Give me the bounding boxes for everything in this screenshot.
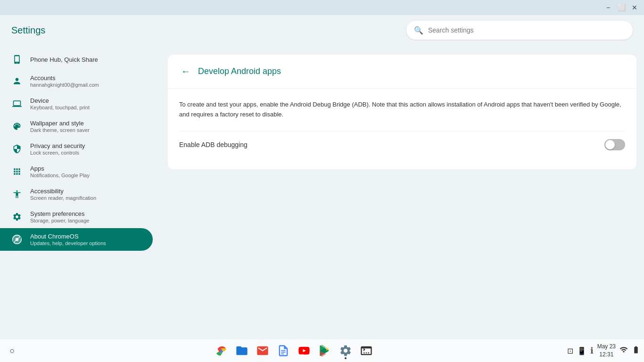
header: Settings 🔍 <box>0 15 644 45</box>
sidebar-item-device[interactable]: Device Keyboard, touchpad, print <box>0 92 153 115</box>
wallpaper-icon <box>11 121 23 132</box>
back-button[interactable]: ← <box>179 64 192 79</box>
search-input[interactable] <box>428 26 625 34</box>
sidebar-item-accounts[interactable]: Accounts hannahgknight00@gmail.com <box>0 70 153 92</box>
accounts-icon <box>11 75 23 87</box>
search-bar[interactable]: 🔍 <box>406 21 633 40</box>
device-sub: Keyboard, touchpad, print <box>30 105 90 110</box>
time: 12:31 <box>597 351 616 359</box>
apps-sub: Notifications, Google Play <box>30 173 90 178</box>
settings-window: Settings 🔍 Phone Hub, Quick Share <box>0 15 644 339</box>
accounts-sub: hannahgknight00@gmail.com <box>30 82 99 88</box>
info-icon[interactable]: ℹ <box>590 346 594 356</box>
taskbar-center <box>21 341 567 360</box>
taskbar-gmail[interactable] <box>253 341 272 360</box>
device-title: Device <box>30 97 90 104</box>
minimize-button[interactable]: − <box>603 2 614 13</box>
system-icon <box>11 211 23 222</box>
privacy-sub: Lock screen, controls <box>30 150 85 156</box>
content-area: ← Develop Android apps To create and tes… <box>160 45 644 339</box>
app-title: Settings <box>11 25 399 36</box>
device-icon <box>11 98 23 109</box>
content-title: Develop Android apps <box>198 66 281 76</box>
adb-toggle[interactable] <box>604 139 625 150</box>
taskbar-terminal[interactable] <box>357 341 376 360</box>
sidebar-item-privacy[interactable]: Privacy and security Lock screen, contro… <box>0 138 153 160</box>
apps-icon <box>11 166 23 177</box>
taskbar-settings[interactable] <box>336 341 355 360</box>
date-time[interactable]: May 23 12:31 <box>597 343 616 359</box>
adb-label: Enable ADB debugging <box>179 141 248 148</box>
sidebar: Phone Hub, Quick Share Accounts hannahgk… <box>0 45 160 339</box>
phone-icon <box>11 54 23 65</box>
title-bar: − ⬜ ✕ <box>0 0 644 15</box>
sidebar-item-phone-hub[interactable]: Phone Hub, Quick Share <box>0 49 153 70</box>
accessibility-icon <box>11 189 23 200</box>
battery-icon[interactable] <box>632 346 640 356</box>
about-sub: Updates, help, developer options <box>30 240 106 246</box>
wifi-icon[interactable] <box>619 346 628 356</box>
about-title: About ChromeOS <box>30 233 106 240</box>
phone-hub-title: Phone Hub, Quick Share <box>30 56 98 63</box>
taskbar-right: ⊡ 📱 ℹ May 23 12:31 <box>567 343 640 359</box>
date: May 23 <box>597 343 616 351</box>
screen-capture-icon[interactable]: ⊡ <box>567 346 573 355</box>
launcher-button[interactable]: ○ <box>4 342 21 359</box>
description-text: To create and test your apps, enable the… <box>179 100 625 120</box>
wallpaper-sub: Dark theme, screen saver <box>30 127 90 133</box>
taskbar-docs[interactable] <box>274 341 293 360</box>
sidebar-item-wallpaper[interactable]: Wallpaper and style Dark theme, screen s… <box>0 115 153 138</box>
taskbar-play[interactable] <box>315 341 334 360</box>
accounts-title: Accounts <box>30 74 99 82</box>
taskbar: ○ <box>0 339 644 362</box>
taskbar-youtube[interactable] <box>295 341 314 360</box>
privacy-icon <box>11 143 23 155</box>
sidebar-item-about[interactable]: About ChromeOS Updates, help, developer … <box>0 228 153 251</box>
adb-setting-row: Enable ADB debugging <box>179 131 625 158</box>
body: Phone Hub, Quick Share Accounts hannahgk… <box>0 45 644 339</box>
chromeos-icon <box>11 234 23 245</box>
taskbar-left: ○ <box>4 342 21 359</box>
content-body: To create and test your apps, enable the… <box>168 89 636 169</box>
privacy-title: Privacy and security <box>30 142 85 149</box>
apps-title: Apps <box>30 165 90 172</box>
maximize-button[interactable]: ⬜ <box>616 2 627 13</box>
accessibility-title: Accessibility <box>30 188 96 195</box>
taskbar-chrome[interactable] <box>212 341 231 360</box>
content-header: ← Develop Android apps <box>168 55 636 89</box>
phone-taskbar-icon[interactable]: 📱 <box>577 346 586 355</box>
system-sub: Storage, power, language <box>30 218 89 223</box>
system-title: System preferences <box>30 210 89 217</box>
close-button[interactable]: ✕ <box>629 2 640 13</box>
sidebar-item-accessibility[interactable]: Accessibility Screen reader, magnificati… <box>0 183 153 206</box>
wallpaper-title: Wallpaper and style <box>30 120 90 127</box>
content-panel: ← Develop Android apps To create and tes… <box>168 55 636 169</box>
launcher-icon: ○ <box>10 346 15 356</box>
sidebar-item-system[interactable]: System preferences Storage, power, langu… <box>0 206 153 228</box>
accessibility-sub: Screen reader, magnification <box>30 195 96 201</box>
search-icon: 🔍 <box>414 26 423 35</box>
taskbar-files[interactable] <box>232 341 251 360</box>
sidebar-item-apps[interactable]: Apps Notifications, Google Play <box>0 160 153 183</box>
